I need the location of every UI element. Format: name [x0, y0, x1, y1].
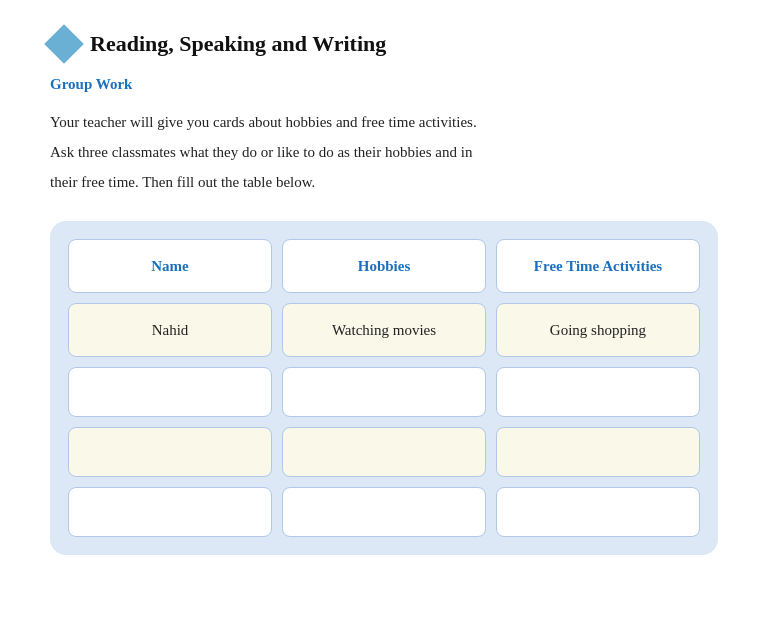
instructions-line3: their free time. Then fill out the table…	[50, 174, 315, 190]
col-header-name: Name	[68, 239, 272, 293]
table-row[interactable]	[496, 367, 700, 417]
diamond-icon	[44, 24, 84, 64]
table-row[interactable]	[282, 367, 486, 417]
col-header-free-time: Free Time Activities	[496, 239, 700, 293]
instructions-line2: Ask three classmates what they do or lik…	[50, 144, 472, 160]
table-row[interactable]	[496, 487, 700, 537]
table-row: Going shopping	[496, 303, 700, 357]
table-row[interactable]	[68, 427, 272, 477]
table-row[interactable]	[496, 427, 700, 477]
table-row[interactable]	[282, 427, 486, 477]
page-header: Reading, Speaking and Writing	[50, 30, 718, 58]
table-row: Nahid	[68, 303, 272, 357]
col-header-hobbies: Hobbies	[282, 239, 486, 293]
table-row[interactable]	[68, 367, 272, 417]
table-container: Name Hobbies Free Time Activities Nahid …	[50, 221, 718, 555]
table-row[interactable]	[68, 487, 272, 537]
instructions: Your teacher will give you cards about h…	[50, 107, 718, 197]
table-grid: Name Hobbies Free Time Activities Nahid …	[68, 239, 700, 537]
instructions-line1: Your teacher will give you cards about h…	[50, 114, 477, 130]
page-title: Reading, Speaking and Writing	[90, 31, 386, 57]
table-row[interactable]	[282, 487, 486, 537]
table-row: Watching movies	[282, 303, 486, 357]
group-work-label: Group Work	[50, 76, 718, 93]
